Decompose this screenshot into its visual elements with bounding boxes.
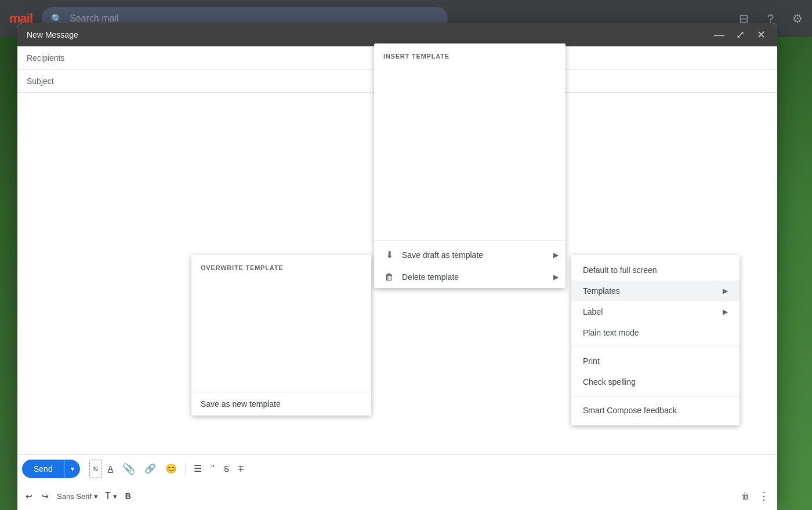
search-icon: 🔍 xyxy=(51,13,63,24)
template-panel: INSERT TEMPLATE ⬇ Save draft as template… xyxy=(374,43,566,288)
bold-button[interactable]: B xyxy=(122,487,135,505)
more-options-default-fullscreen[interactable]: Default to full screen xyxy=(571,260,740,280)
save-draft-as-template-item[interactable]: ⬇ Save draft as template ▶ xyxy=(374,243,566,266)
undo-button[interactable]: ↩ xyxy=(22,487,36,505)
link-button[interactable]: 🔗 xyxy=(141,460,160,478)
strikethrough-button[interactable]: S xyxy=(220,460,233,478)
delete-template-label: Delete template xyxy=(402,272,459,282)
templates-arrow: ▶ xyxy=(723,287,728,295)
delete-template-arrow: ▶ xyxy=(553,273,559,281)
font-family-arrow: ▾ xyxy=(94,492,98,501)
more-options-print[interactable]: Print xyxy=(571,351,740,371)
compose-toolbar-2: ↩ ↪ Sans Serif ▾ T ▾ B 🗑 ⋮ xyxy=(17,482,777,510)
send-button[interactable]: Send xyxy=(22,460,64,478)
notranslate-button[interactable]: N xyxy=(89,460,102,478)
overwrite-panel-body xyxy=(191,276,371,392)
compose-toolbar-1: Send ▾ N A 📎 🔗 😊 ☰ " S T̶ xyxy=(17,454,777,482)
list-button[interactable]: ☰ xyxy=(190,460,205,478)
settings-icon[interactable]: ⚙ xyxy=(792,12,803,26)
more-options-label[interactable]: Label ▶ xyxy=(571,301,740,322)
plain-text-label: Plain text mode xyxy=(583,328,639,337)
more-options-menu: Default to full screen Templates ▶ Label… xyxy=(571,255,740,425)
more-options-divider-2 xyxy=(571,396,740,396)
delete-draft-button[interactable]: 🗑 xyxy=(738,487,753,505)
compose-title: New Message xyxy=(27,30,712,39)
template-panel-divider xyxy=(374,241,566,241)
overwrite-panel: OVERWRITE TEMPLATE Save as new template xyxy=(191,255,371,416)
save-draft-label: Save draft as template xyxy=(402,250,483,260)
send-dropdown-button[interactable]: ▾ xyxy=(64,460,80,478)
format-underline-button[interactable]: A xyxy=(104,460,117,478)
minimize-button[interactable]: — xyxy=(712,28,726,42)
font-size-selector[interactable]: T ▾ xyxy=(103,490,119,502)
more-options-smart-compose[interactable]: Smart Compose feedback xyxy=(571,400,740,421)
delete-template-item[interactable]: 🗑 Delete template ▶ xyxy=(374,266,566,288)
font-size-arrow: ▾ xyxy=(113,492,117,501)
attach-button[interactable]: 📎 xyxy=(119,460,139,478)
templates-label: Templates xyxy=(583,286,620,296)
template-panel-header: INSERT TEMPLATE xyxy=(374,43,566,64)
smart-compose-label: Smart Compose feedback xyxy=(583,406,677,415)
more-options-button[interactable]: ⋮ xyxy=(755,487,773,505)
delete-template-icon: 🗑 xyxy=(383,272,395,282)
redo-button[interactable]: ↪ xyxy=(38,487,52,505)
search-placeholder: Search mail xyxy=(70,13,118,24)
subject-label: Subject xyxy=(27,76,54,86)
save-draft-icon: ⬇ xyxy=(383,249,395,260)
emoji-button[interactable]: 😊 xyxy=(162,460,180,478)
label-label: Label xyxy=(583,307,603,316)
check-spelling-label: Check spelling xyxy=(583,377,636,387)
default-fullscreen-label: Default to full screen xyxy=(583,265,657,275)
maximize-button[interactable]: ⤢ xyxy=(733,28,747,42)
more-options-plain-text[interactable]: Plain text mode xyxy=(571,322,740,343)
more-options-spelling[interactable]: Check spelling xyxy=(571,371,740,392)
close-button[interactable]: ✕ xyxy=(754,28,768,42)
compose-header-actions: — ⤢ ✕ xyxy=(712,28,768,42)
font-size-label: T xyxy=(105,491,111,501)
template-panel-body xyxy=(374,64,566,238)
more-options-divider-1 xyxy=(571,347,740,347)
font-family-selector[interactable]: Sans Serif ▾ xyxy=(55,491,100,502)
toolbar-separator xyxy=(185,463,186,475)
recipients-label: Recipients xyxy=(27,53,64,63)
label-arrow: ▶ xyxy=(723,308,728,316)
print-label: Print xyxy=(583,356,600,366)
blockquote-button[interactable]: " xyxy=(208,460,218,478)
more-options-templates[interactable]: Templates ▶ xyxy=(571,280,740,301)
remove-format-button[interactable]: T̶ xyxy=(235,460,247,478)
overwrite-panel-header: OVERWRITE TEMPLATE xyxy=(191,255,371,276)
send-group: Send ▾ xyxy=(22,460,80,478)
font-family-label: Sans Serif xyxy=(57,492,92,501)
save-draft-arrow: ▶ xyxy=(553,251,559,259)
save-as-new-template-item[interactable]: Save as new template xyxy=(191,392,371,416)
compose-header: New Message — ⤢ ✕ xyxy=(17,23,777,46)
